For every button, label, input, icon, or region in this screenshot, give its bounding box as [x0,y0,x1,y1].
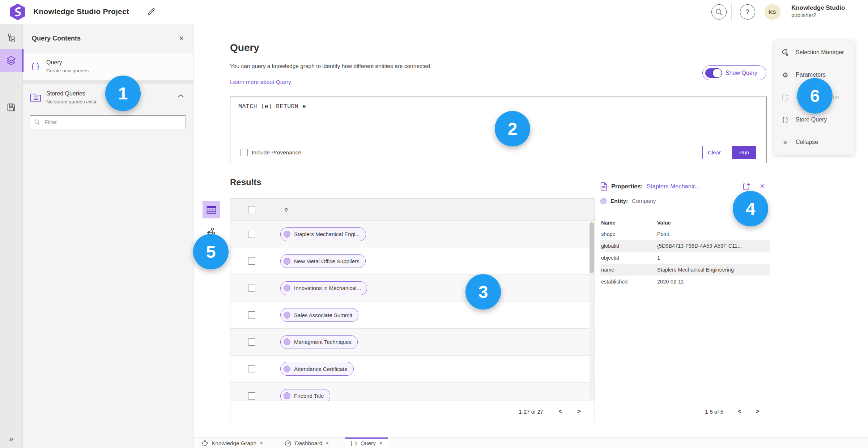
property-row: established 2020-02-11 [600,276,770,287]
properties-pagination: 1-5 of 5 < > [600,408,760,415]
entity-pill-label: Managment Techniques [294,339,352,345]
add-to-selection-icon[interactable] [742,182,750,191]
row-checkbox[interactable] [248,231,255,238]
row-checkbox-cell [230,356,273,383]
run-button[interactable]: Run [732,146,756,159]
callout-badge-4: 4 [733,191,768,226]
left-icon-rail: » [0,24,23,448]
row-entity-cell: Managment Techniques [273,329,595,355]
entity-pill-label: New Metal Office Suppliers [294,258,359,264]
entity-pill[interactable]: Staplers Mechanical Engi... [280,227,366,241]
table-row[interactable]: Innovations in Mechanical... [230,275,595,302]
app-logo-icon[interactable] [9,3,26,21]
entity-pill[interactable]: Managment Techniques [280,335,358,349]
help-icon: ? [746,8,750,16]
entity-dot-icon [284,285,290,291]
results-next-page-icon[interactable]: > [577,408,581,415]
callout-badge-1: 1 [105,76,141,111]
row-checkbox[interactable] [248,338,255,346]
rail-item-schema[interactable] [0,27,22,49]
user-info: Knowledge Studio publisher2 [791,4,845,18]
property-row: shape Point [600,228,770,240]
row-entity-cell: Sales Associate Summit [273,302,595,329]
results-scrollbar-track[interactable] [590,222,594,400]
properties-page-range: 1-5 of 5 [705,409,723,415]
chevron-up-icon[interactable] [177,94,184,98]
table-row[interactable]: New Metal Office Suppliers [230,248,595,275]
table-row[interactable]: Firebird Title [230,383,595,401]
search-button[interactable] [711,4,727,20]
table-row[interactable]: Managment Techniques [230,329,595,356]
properties-prev-page-icon[interactable]: < [738,408,741,415]
double-chevron-right-icon: » [9,434,13,443]
row-checkbox[interactable] [248,257,255,265]
row-checkbox[interactable] [248,311,255,319]
entity-type-dot-icon [600,198,607,204]
panel-title: Query Contents [32,35,81,42]
results-prev-page-icon[interactable]: < [558,408,562,415]
properties-next-page-icon[interactable]: > [756,408,760,415]
layers-icon [6,55,16,65]
rail-item-layers-selected[interactable] [0,49,22,72]
tab-query-active[interactable]: { } Query × [345,438,388,448]
property-row: name Staplers Mechanical Engineering [600,264,770,276]
properties-actions: × [742,182,770,191]
entity-pill-label: Innovations in Mechanical... [294,285,361,291]
select-all-checkbox[interactable] [248,206,255,213]
query-heading: Query [230,42,259,54]
tab-knowledge-graph[interactable]: Knowledge Graph × [196,438,269,448]
entity-pill[interactable]: Innovations in Mechanical... [280,281,367,295]
table-row[interactable]: Staplers Mechanical Engi... [230,221,595,248]
include-provenance-checkbox[interactable] [241,149,248,156]
tab-dashboard[interactable]: Dashboard × [279,438,335,448]
entity-pill[interactable]: Sales Associate Summit [280,308,358,322]
query-code-input[interactable]: MATCH (e) RETURN e [230,97,766,116]
sidebar-item-query[interactable]: { } Query Create new queries [22,53,193,80]
properties-close-icon[interactable]: × [760,182,765,190]
row-checkbox-cell [230,302,273,329]
results-scrollbar-thumb[interactable] [590,222,594,273]
menu-item-collapse[interactable]: » Collapse [774,131,854,153]
entity-pill[interactable]: Firebird Title [280,389,330,401]
entity-pill-label: Firebird Title [294,393,324,399]
results-table: e Staplers Mechanical Engi... New Metal … [230,198,595,422]
learn-more-link[interactable]: Learn more about Query [230,79,291,85]
row-checkbox-cell [230,221,273,248]
filter-input[interactable] [44,119,182,126]
table-view-button[interactable] [203,201,220,218]
entity-pill[interactable]: New Metal Office Suppliers [280,254,366,268]
braces-icon: { } [31,62,40,71]
row-checkbox[interactable] [248,392,255,400]
property-value: 1 [657,255,770,261]
rail-item-save[interactable] [0,96,22,119]
table-row[interactable]: Sales Associate Summit [230,302,595,329]
entity-pill[interactable]: Attendance Certificate [280,362,354,376]
knowledge-graph-icon [201,440,208,447]
entity-pill-label: Sales Associate Summit [294,312,352,318]
properties-entity-link[interactable]: Staplers Mechanic... [647,183,701,190]
row-checkbox-cell [230,329,273,355]
panel-close-icon[interactable]: × [179,34,184,42]
entity-dot-icon [284,312,290,319]
results-rows-viewport: Staplers Mechanical Engi... New Metal Of… [230,221,595,401]
clear-button[interactable]: Clear [702,146,726,159]
show-query-toggle[interactable]: Show Query [702,65,766,80]
table-row[interactable]: Attendance Certificate [230,356,595,383]
rail-expand-button[interactable]: » [0,431,22,446]
column-header-name: Name [600,220,657,226]
row-checkbox[interactable] [248,285,255,292]
tab-close-icon[interactable]: × [379,440,382,447]
user-avatar[interactable]: KS [765,4,780,20]
toggle-switch-on [705,68,722,78]
tab-close-icon[interactable]: × [260,440,263,447]
row-checkbox-cell [230,275,273,302]
tab-close-icon[interactable]: × [326,440,329,447]
menu-item-selection-manager[interactable]: Selection Manager [774,41,854,64]
row-checkbox[interactable] [248,365,255,372]
bottom-tab-bar: Knowledge Graph × Dashboard × { } Query … [193,437,868,448]
dashboard-gauge-icon [285,440,292,447]
edit-title-pencil-icon[interactable] [146,7,156,17]
property-name: name [600,267,657,273]
save-icon [7,103,16,112]
help-button[interactable]: ? [740,4,755,20]
